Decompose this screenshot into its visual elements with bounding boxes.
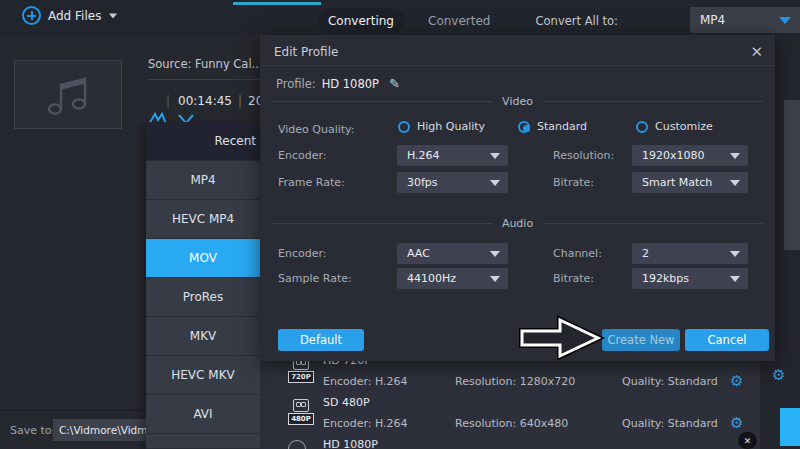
video-file-icon: 480P: [288, 399, 314, 429]
create-new-button[interactable]: Create New: [602, 329, 680, 351]
video-quality-label: Video Quality:: [278, 123, 355, 136]
chevron-down-icon: [730, 276, 740, 282]
chevron-down-icon: [490, 251, 500, 257]
profile-resolution: Resolution: 1280x720: [455, 375, 575, 388]
edit-profile-dialog: Edit Profile ✕ Profile: HD 1080P ✎ Video…: [260, 35, 775, 361]
audio-bitrate-label: Bitrate:: [553, 272, 594, 285]
profile-name-row: Profile: HD 1080P ✎: [276, 76, 400, 91]
add-files-button[interactable]: Add Files: [22, 6, 118, 25]
dropdown-value: AAC: [407, 247, 430, 260]
dropdown-value: 44100Hz: [407, 272, 456, 285]
dropdown-value: 1920x1080: [642, 149, 705, 162]
profile-encoder: Encoder: H.264: [323, 375, 408, 388]
dropdown-value: Smart Match: [642, 176, 712, 189]
chevron-down-icon: [179, 115, 193, 122]
channel-dropdown[interactable]: 2: [632, 243, 748, 264]
save-to-path-input[interactable]: C:\Vidmore\Vidmor: [53, 419, 160, 441]
default-button[interactable]: Default: [278, 329, 364, 351]
format-item-mov[interactable]: MOV: [146, 239, 260, 277]
profile-row-sd480p[interactable]: 480P SD 480P Encoder: H.264 Resolution: …: [260, 394, 760, 434]
audio-section-header: Audio: [272, 217, 763, 230]
profile-label: Profile:: [276, 77, 316, 91]
audio-bitrate-dropdown[interactable]: 192kbps: [632, 268, 748, 289]
format-item-hevc-mp4[interactable]: HEVC MP4: [146, 200, 260, 238]
radio-circle-icon: [398, 121, 410, 133]
format-item-hevc-mkv[interactable]: HEVC MKV: [146, 356, 260, 394]
frame-rate-dropdown[interactable]: 30fps: [397, 172, 508, 193]
plus-circle-icon: [22, 6, 41, 25]
cancel-button[interactable]: Cancel: [685, 329, 769, 351]
profile-list-panel: 720P HD 720P Encoder: H.264 Resolution: …: [260, 352, 760, 449]
dropdown-value: 192kbps: [642, 272, 689, 285]
divider: [260, 65, 775, 66]
format-list-header: Recent: [146, 122, 260, 160]
audio-encoder-dropdown[interactable]: AAC: [397, 243, 508, 264]
video-section-header: Video: [272, 95, 763, 108]
edit-pencil-icon[interactable]: ✎: [389, 76, 400, 91]
profile-encoder: Encoder: H.264: [323, 417, 408, 430]
profile-row-hd1080p[interactable]: HD 1080P: [260, 436, 760, 449]
radio-circle-icon: [518, 121, 530, 133]
partial-blue-button[interactable]: [780, 408, 800, 446]
profile-settings-gear-icon[interactable]: ⚙: [730, 416, 743, 431]
chevron-down-icon: [779, 17, 791, 24]
convert-all-format-dropdown[interactable]: MP4: [690, 7, 800, 33]
dropdown-value: H.264: [407, 149, 440, 162]
profile-quality: Quality: Standard: [622, 417, 718, 430]
video-encoder-dropdown[interactable]: H.264: [397, 145, 508, 166]
settings-gear-icon[interactable]: ⚙: [772, 366, 785, 384]
tab-converting-label: Converting: [328, 14, 394, 28]
radio-high-quality[interactable]: High Quality: [398, 120, 485, 133]
top-toolbar: Add Files Converting Converted Convert A…: [0, 0, 800, 35]
duration-value: 00:14:45: [178, 94, 232, 108]
resolution-badge: 480P: [288, 413, 314, 425]
dialog-close-icon[interactable]: ✕: [750, 43, 763, 61]
format-list-panel: Recent MP4 HEVC MP4 MOV ProRes MKV HEVC …: [146, 122, 260, 449]
separator: |: [232, 94, 248, 108]
chevron-down-icon: [109, 13, 117, 18]
close-panel-button[interactable]: ✕: [738, 432, 757, 449]
tab-converting[interactable]: Converting: [318, 8, 404, 33]
sample-rate-dropdown[interactable]: 44100Hz: [397, 268, 508, 289]
chevron-down-icon: [490, 180, 500, 186]
format-item-prores[interactable]: ProRes: [146, 278, 260, 316]
encoder-label: Encoder:: [278, 149, 327, 162]
resolution-dropdown[interactable]: 1920x1080: [632, 145, 748, 166]
sample-rate-label: Sample Rate:: [278, 272, 352, 285]
profile-settings-gear-icon[interactable]: ⚙: [730, 374, 743, 389]
divider: [148, 79, 260, 80]
separator: |: [166, 94, 178, 108]
add-files-label: Add Files: [48, 9, 101, 23]
audio-encoder-label: Encoder:: [278, 247, 327, 260]
video-bitrate-dropdown[interactable]: Smart Match: [632, 172, 748, 193]
radio-label: High Quality: [417, 120, 485, 133]
video-file-icon: [288, 440, 306, 449]
frame-rate-label: Frame Rate:: [278, 176, 345, 189]
tab-converted[interactable]: Converted: [428, 8, 490, 33]
media-toolbar-icons[interactable]: [146, 110, 206, 122]
resolution-label: Resolution:: [553, 149, 614, 162]
radio-standard[interactable]: Standard: [518, 120, 587, 133]
dialog-title: Edit Profile: [274, 45, 338, 59]
convert-all-label: Convert All to:: [536, 8, 618, 33]
resolution-badge: 720P: [288, 371, 314, 383]
format-item-avi[interactable]: AVI: [146, 395, 260, 433]
format-item-mp4[interactable]: MP4: [146, 161, 260, 199]
chevron-down-icon: [490, 153, 500, 159]
media-thumbnail: [14, 60, 122, 129]
profile-resolution: Resolution: 640x480: [455, 417, 568, 430]
divider: [0, 410, 146, 411]
chevron-down-icon: [730, 153, 740, 159]
scrollbar-track[interactable]: [784, 100, 800, 250]
dropdown-value: 30fps: [407, 176, 438, 189]
profile-quality: Quality: Standard: [622, 375, 718, 388]
panel-filler: [146, 434, 260, 448]
profile-name: HD 1080P: [323, 438, 378, 449]
cut-icon: [149, 114, 166, 122]
radio-customize[interactable]: Customize: [636, 120, 713, 133]
app-window: Add Files Converting Converted Convert A…: [0, 0, 800, 449]
save-to-label: Save to:: [10, 424, 55, 437]
progress-accent-line: [233, 2, 321, 5]
format-item-mkv[interactable]: MKV: [146, 317, 260, 355]
radio-label: Standard: [537, 120, 587, 133]
